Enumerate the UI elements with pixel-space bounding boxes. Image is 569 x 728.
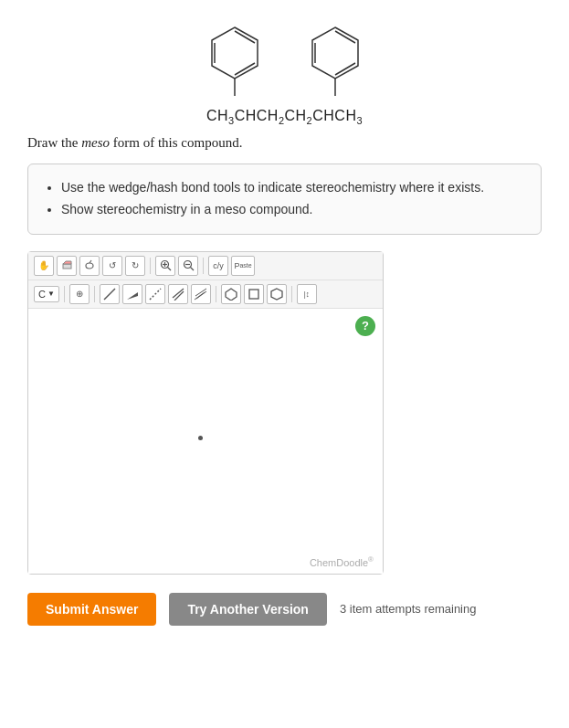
hex-tool[interactable]	[267, 284, 287, 304]
svg-line-21	[104, 289, 115, 300]
transform-tool[interactable]: |↕	[297, 284, 317, 304]
svg-line-19	[190, 268, 194, 271]
plus-tool[interactable]: ⊕	[69, 284, 90, 304]
zoom-out-tool[interactable]	[178, 256, 198, 276]
chemdoodle-canvas[interactable]: ? ChemDoodle®	[28, 309, 383, 574]
element-label: C	[38, 289, 46, 300]
single-bond-tool[interactable]	[100, 284, 120, 304]
double-bond-tool[interactable]	[168, 284, 188, 304]
svg-marker-31	[271, 289, 282, 300]
separator-2	[203, 258, 204, 274]
toolbar-top: ✋ ↺ ↻ c/y Paste	[28, 252, 383, 280]
benzene-rings-container	[198, 18, 372, 104]
question-text: Draw the meso form of this compound.	[27, 135, 542, 151]
compound-formula: CH3CHCH2CH2CHCH3	[206, 108, 363, 126]
instruction-item-1: Use the wedge/hash bond tools to indicat…	[61, 177, 524, 199]
attempts-remaining: 3 item attempts remaining	[340, 602, 477, 616]
hand-tool[interactable]: ✋	[34, 256, 54, 276]
separator-3	[64, 286, 65, 302]
undo-tool[interactable]: ↺	[102, 256, 122, 276]
svg-marker-5	[312, 27, 358, 79]
ring-tool[interactable]	[221, 284, 241, 304]
svg-marker-0	[212, 27, 258, 79]
submit-button[interactable]: Submit Answer	[27, 593, 156, 626]
svg-rect-10	[63, 264, 71, 269]
separator-1	[150, 258, 151, 274]
rect-tool[interactable]	[244, 284, 264, 304]
action-row: Submit Answer Try Another Version 3 item…	[27, 593, 542, 626]
instructions-box: Use the wedge/hash bond tools to indicat…	[27, 164, 542, 235]
svg-marker-29	[226, 289, 237, 301]
separator-6	[291, 286, 292, 302]
instruction-item-2: Show stereochemistry in a meso compound.	[61, 199, 524, 221]
chemdoodle-editor: ✋ ↺ ↻ c/y Paste C ▼	[27, 251, 384, 575]
svg-line-15	[167, 268, 171, 271]
instructions-list: Use the wedge/hash bond tools to indicat…	[45, 177, 524, 221]
element-dropdown[interactable]: C ▼	[34, 286, 59, 302]
separator-5	[216, 286, 216, 302]
benzene-ring-left	[198, 18, 271, 104]
canvas-center-dot	[198, 436, 203, 440]
triple-bond-tool[interactable]	[191, 284, 211, 304]
compound-display: CH3CHCH2CH2CHCH3	[27, 18, 542, 126]
chemdoodle-watermark: ChemDoodle®	[310, 555, 374, 568]
paste-tool[interactable]: Paste	[231, 256, 255, 276]
eraser-tool[interactable]	[57, 256, 77, 276]
try-another-button[interactable]: Try Another Version	[169, 593, 327, 626]
wedge-bond-tool[interactable]	[122, 284, 142, 304]
svg-rect-30	[249, 290, 258, 299]
lasso-tool[interactable]	[79, 256, 100, 276]
help-button[interactable]: ?	[355, 316, 375, 336]
hash-bond-tool[interactable]	[145, 284, 165, 304]
separator-4	[94, 286, 95, 302]
benzene-ring-right	[299, 18, 372, 104]
toolbar-bottom: C ▼ ⊕	[28, 280, 383, 309]
svg-point-12	[86, 263, 93, 269]
svg-marker-22	[127, 292, 138, 300]
svg-marker-11	[63, 261, 71, 264]
svg-line-23	[150, 289, 161, 300]
svg-line-13	[90, 260, 91, 263]
copy-tool[interactable]: c/y	[208, 256, 228, 276]
dropdown-arrow-icon: ▼	[47, 290, 55, 298]
zoom-in-tool[interactable]	[155, 256, 175, 276]
redo-tool[interactable]: ↻	[125, 256, 145, 276]
